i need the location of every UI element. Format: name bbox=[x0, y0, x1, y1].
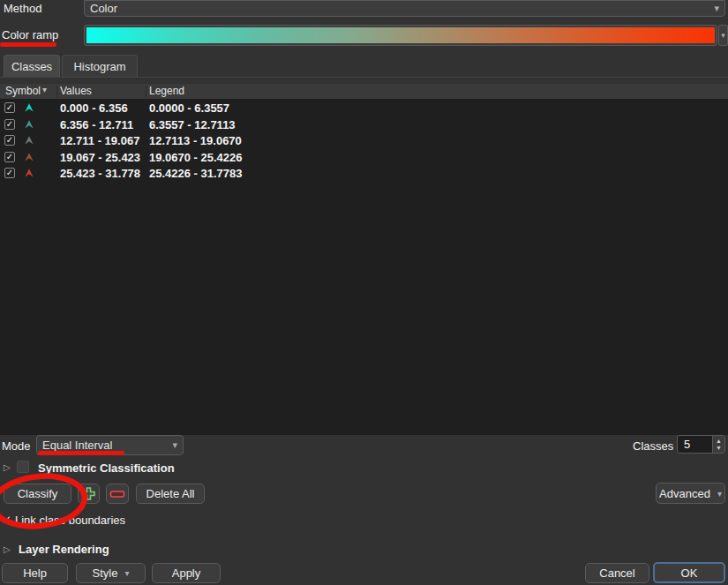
column-legend[interactable]: Legend bbox=[149, 85, 184, 97]
chevron-down-icon: ▾ bbox=[172, 440, 177, 450]
row-checkbox[interactable]: ✓ bbox=[4, 119, 15, 130]
table-header[interactable]: Symbol ▾ Values Legend bbox=[0, 84, 728, 99]
row-checkbox[interactable]: ✓ bbox=[4, 102, 15, 113]
spin-up-icon[interactable]: ▲ bbox=[716, 438, 722, 445]
classify-button-label: Classify bbox=[18, 487, 58, 500]
spinner-buttons[interactable]: ▲ ▼ bbox=[712, 436, 724, 453]
remove-class-button[interactable] bbox=[106, 484, 129, 504]
plus-icon bbox=[81, 486, 96, 501]
annotation-underline-color-ramp bbox=[0, 42, 56, 47]
link-boundaries-label: Link class boundaries bbox=[15, 514, 125, 527]
row-values: 6.356 - 12.711 bbox=[60, 118, 133, 131]
mode-value: Equal Interval bbox=[42, 439, 113, 452]
symbol-arrow-icon bbox=[25, 169, 34, 177]
checkmark-icon: ✓ bbox=[6, 153, 13, 161]
chevron-down-icon: ▾ bbox=[714, 4, 719, 13]
row-checkbox[interactable]: ✓ bbox=[4, 152, 15, 162]
tab-histogram-label: Histogram bbox=[73, 60, 125, 73]
table-row[interactable]: ✓ 6.356 - 12.711 6.3557 - 12.7113 bbox=[0, 116, 728, 133]
symmetric-checkbox[interactable] bbox=[17, 461, 29, 473]
row-legend: 12.7113 - 19.0670 bbox=[149, 134, 242, 147]
spin-down-icon[interactable]: ▼ bbox=[716, 445, 722, 452]
add-class-button[interactable] bbox=[78, 484, 100, 504]
row-values: 19.067 - 25.423 bbox=[60, 151, 140, 164]
color-ramp-label: Color ramp bbox=[2, 28, 58, 41]
classes-label: Classes bbox=[633, 439, 673, 453]
apply-button-label: Apply bbox=[172, 566, 201, 580]
column-divider bbox=[146, 86, 146, 97]
cancel-button-label: Cancel bbox=[599, 566, 634, 580]
tab-classes[interactable]: Classes bbox=[4, 55, 60, 78]
column-values[interactable]: Values bbox=[60, 85, 92, 97]
classes-value: 5 bbox=[678, 436, 712, 453]
mode-label: Mode bbox=[2, 439, 31, 453]
sort-desc-icon: ▾ bbox=[42, 85, 47, 94]
symbol-arrow-icon bbox=[25, 103, 34, 112]
column-symbol[interactable]: Symbol bbox=[5, 85, 41, 97]
style-button[interactable]: Style ▾ bbox=[76, 563, 146, 583]
row-legend: 0.0000 - 6.3557 bbox=[149, 101, 229, 115]
row-checkbox[interactable]: ✓ bbox=[4, 135, 15, 146]
row-values: 0.000 - 6.356 bbox=[60, 101, 128, 115]
chevron-down-icon: ▾ bbox=[717, 489, 722, 499]
help-button[interactable]: Help bbox=[2, 563, 68, 583]
symbol-arrow-icon bbox=[25, 153, 34, 161]
chevron-down-icon: ▾ bbox=[721, 31, 725, 40]
ok-button-label: OK bbox=[681, 566, 698, 580]
color-ramp-dropdown-button[interactable]: ▾ bbox=[718, 25, 728, 46]
method-value: Color bbox=[90, 2, 117, 15]
symmetric-expander-icon[interactable]: ▷ bbox=[4, 462, 11, 472]
delete-all-button-label: Delete All bbox=[146, 487, 195, 500]
row-legend: 25.4226 - 31.7783 bbox=[149, 167, 243, 180]
checkmark-icon: ✓ bbox=[6, 136, 13, 145]
layer-rendering-expander-icon[interactable]: ▷ bbox=[4, 544, 11, 554]
symbol-arrow-icon bbox=[25, 120, 34, 129]
row-legend: 6.3557 - 12.7113 bbox=[149, 118, 236, 131]
link-boundaries-checkbox[interactable]: ✓ bbox=[3, 514, 11, 526]
row-legend: 19.0670 - 25.4226 bbox=[149, 151, 243, 164]
style-button-label: Style bbox=[93, 566, 118, 580]
cancel-button[interactable]: Cancel bbox=[585, 563, 649, 583]
checkmark-icon: ✓ bbox=[6, 169, 13, 177]
column-divider bbox=[56, 86, 57, 97]
ok-button[interactable]: OK bbox=[653, 562, 725, 583]
color-ramp-button[interactable] bbox=[84, 25, 717, 46]
method-select[interactable]: Color ▾ bbox=[84, 0, 725, 17]
color-ramp-preview bbox=[86, 27, 715, 43]
table-row[interactable]: ✓ 12.711 - 19.067 12.7113 - 19.0670 bbox=[0, 132, 728, 149]
layer-styling-dialog: Method Color ▾ Color ramp ▾ Classes Hist… bbox=[0, 0, 728, 585]
advanced-button-label: Advanced bbox=[659, 487, 710, 500]
classes-table: Symbol ▾ Values Legend ✓ 0.000 - 6.356 0… bbox=[0, 84, 728, 435]
annotation-underline-mode bbox=[38, 451, 124, 455]
symmetric-label: Symmetric Classification bbox=[38, 461, 175, 475]
apply-button[interactable]: Apply bbox=[152, 563, 221, 583]
tab-divider bbox=[0, 77, 728, 78]
classes-spinner[interactable]: 5 ▲ ▼ bbox=[677, 435, 725, 454]
advanced-button[interactable]: Advanced ▾ bbox=[656, 483, 725, 504]
delete-all-button[interactable]: Delete All bbox=[136, 484, 205, 504]
row-values: 12.711 - 19.067 bbox=[60, 134, 139, 147]
row-values: 25.423 - 31.778 bbox=[60, 167, 140, 180]
checkmark-icon: ✓ bbox=[6, 120, 13, 129]
help-button-label: Help bbox=[23, 566, 47, 580]
chevron-down-icon: ▾ bbox=[124, 568, 129, 578]
tab-histogram[interactable]: Histogram bbox=[62, 55, 138, 78]
checkmark-icon: ✓ bbox=[6, 103, 13, 112]
symbol-arrow-icon bbox=[25, 136, 34, 145]
minus-icon bbox=[109, 489, 125, 499]
tab-classes-label: Classes bbox=[11, 60, 52, 73]
layer-rendering-label: Layer Rendering bbox=[19, 543, 109, 556]
table-row[interactable]: ✓ 19.067 - 25.423 19.0670 - 25.4226 bbox=[0, 149, 728, 166]
method-label: Method bbox=[4, 2, 41, 15]
classify-button[interactable]: Classify bbox=[4, 484, 71, 504]
table-row[interactable]: ✓ 0.000 - 6.356 0.0000 - 6.3557 bbox=[0, 100, 728, 116]
table-row[interactable]: ✓ 25.423 - 31.778 25.4226 - 31.7783 bbox=[0, 165, 728, 182]
row-checkbox[interactable]: ✓ bbox=[4, 168, 15, 178]
